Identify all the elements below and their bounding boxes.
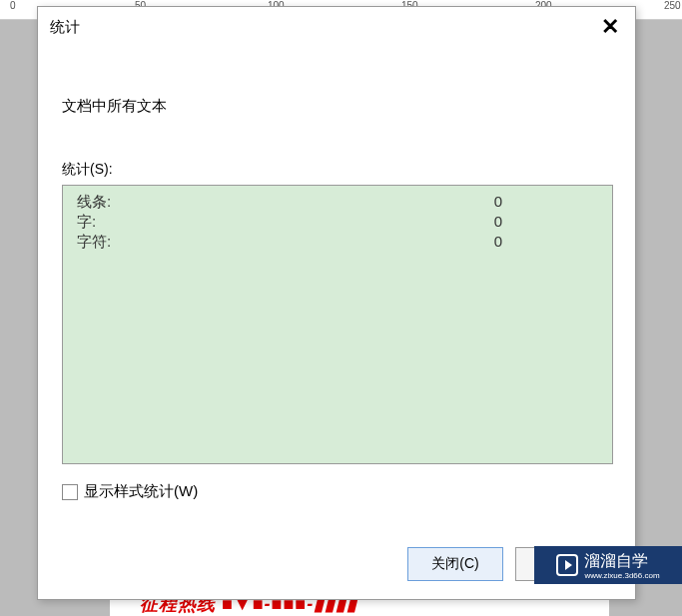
- stats-row-value: 0: [476, 212, 502, 232]
- stats-row-label: 字:: [77, 212, 476, 232]
- section-title: 文档中所有文本: [62, 97, 611, 116]
- stats-row-value: 0: [476, 232, 502, 252]
- stats-listbox[interactable]: 线条: 0 字: 0 字符: 0: [62, 185, 613, 464]
- watermark-sub: www.zixue.3d66.com: [584, 572, 659, 580]
- stats-row-label: 字符:: [77, 232, 476, 252]
- dialog-title: 统计: [50, 18, 80, 37]
- stats-row-label: 线条:: [77, 192, 476, 212]
- stats-row: 字符: 0: [77, 232, 598, 252]
- close-button[interactable]: 关闭(C): [407, 547, 503, 581]
- watermark-badge: 溜溜自学 www.zixue.3d66.com: [534, 546, 682, 584]
- checkbox-row: 显示样式统计(W): [62, 482, 611, 501]
- close-icon[interactable]: ✕: [597, 14, 623, 40]
- watermark-text: 溜溜自学: [584, 552, 648, 569]
- statistics-dialog: 统计 ✕ 文档中所有文本 统计(S): 线条: 0 字: 0 字符: 0 显示样…: [37, 6, 636, 600]
- play-icon: [556, 554, 578, 576]
- ruler-mark: 0: [10, 0, 16, 11]
- show-style-stats-checkbox[interactable]: [62, 484, 78, 500]
- dialog-body: 文档中所有文本 统计(S): 线条: 0 字: 0 字符: 0 显示样式统计(W…: [38, 47, 635, 521]
- stats-row: 线条: 0: [77, 192, 598, 212]
- stats-label: 统计(S):: [62, 161, 611, 179]
- checkbox-label: 显示样式统计(W): [84, 482, 198, 501]
- close-button-label: 关闭(C): [431, 555, 478, 573]
- stats-row: 字: 0: [77, 212, 598, 232]
- ruler-mark: 250: [664, 0, 681, 11]
- dialog-header: 统计 ✕: [38, 7, 635, 47]
- stats-row-value: 0: [476, 192, 502, 212]
